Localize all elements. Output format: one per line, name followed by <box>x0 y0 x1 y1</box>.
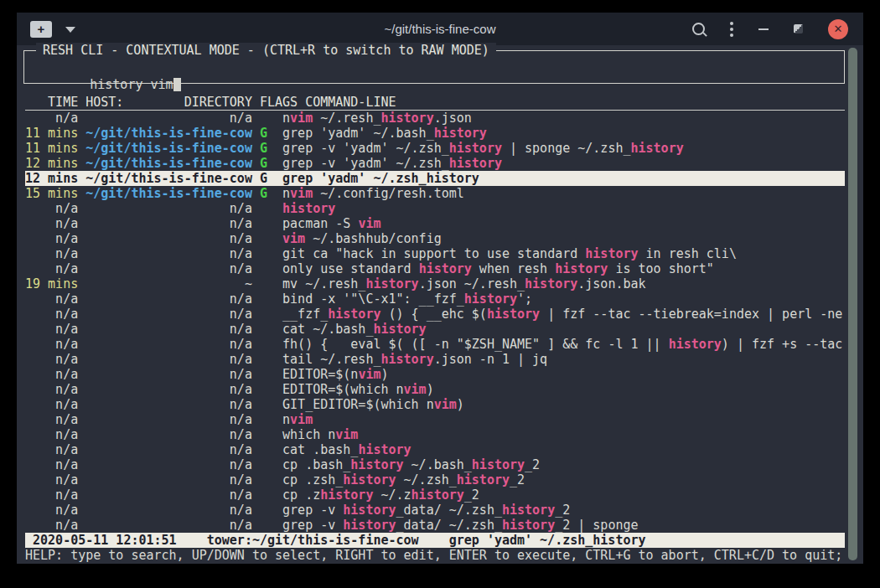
table-row: n/a n/a grep -v history_data/ ~/.zsh_his… <box>25 518 845 533</box>
table-row: n/a n/a cp .bash_history ~/.bash_history… <box>25 457 845 472</box>
search-box-title: RESH CLI - CONTEXTUAL MODE - (CTRL+R to … <box>36 43 496 58</box>
new-tab-icon: + <box>38 23 45 35</box>
table-header: TIME HOST: DIRECTORY FLAGS COMMAND-LINE <box>25 95 845 111</box>
table-row: n/a n/a nvim <box>25 412 845 427</box>
table-row: n/a n/a cp .zhistory ~/.zhistory_2 <box>25 487 845 503</box>
terminal-window: + ~/git/this-is-fine-cow ✕ <box>17 13 863 564</box>
minimize-icon <box>758 28 769 30</box>
titlebar: + ~/git/this-is-fine-cow ✕ <box>17 13 863 45</box>
table-row: n/a n/a cat ~/.bash_history <box>25 322 845 337</box>
table-row: n/a n/a __fzf_history () { __ehc $(histo… <box>25 307 845 322</box>
table-row: n/a n/a GIT_EDITOR=$(which nvim) <box>25 397 845 412</box>
close-button[interactable]: ✕ <box>828 19 848 39</box>
help-line: HELP: type to search, UP/DOWN to select,… <box>25 548 863 563</box>
table-row: n/a n/a tail ~/.resh_history.json -n 1 |… <box>25 352 845 367</box>
table-row: n/a n/a pacman -S vim <box>25 216 845 231</box>
history-table: n/a n/a nvim ~/.resh_history.json11 mins… <box>25 111 845 533</box>
table-row: n/a n/a bind -x '"\C-x1": __fzf_history'… <box>25 291 845 307</box>
table-row: n/a n/a fh() { eval $( ([ -n "$ZSH_NAME"… <box>25 337 845 352</box>
table-row: n/a n/a cat .bash_history <box>25 442 845 457</box>
terminal-inner: RESH CLI - CONTEXTUAL MODE - (CTRL+R to … <box>17 45 863 563</box>
table-row: n/a n/a nvim ~/.resh_history.json <box>25 111 845 126</box>
table-row: 15 mins ~/git/this-is-fine-cow G nvim ~/… <box>25 186 845 201</box>
search-icon <box>692 23 705 35</box>
table-row: 11 mins ~/git/this-is-fine-cow G grep -v… <box>25 141 845 156</box>
titlebar-left: + <box>17 21 75 38</box>
chevron-down-icon <box>65 27 75 33</box>
table-row: n/a n/a only use standard history when r… <box>25 261 845 276</box>
tab-dropdown-button[interactable] <box>65 23 75 35</box>
restore-button[interactable] <box>794 24 803 34</box>
titlebar-right: ✕ <box>692 19 863 39</box>
table-row: n/a n/a which nvim <box>25 427 845 442</box>
restore-icon <box>794 24 803 34</box>
new-tab-button[interactable]: + <box>30 21 52 38</box>
table-row: 12 mins ~/git/this-is-fine-cow G grep -v… <box>25 156 845 171</box>
table-row: n/a n/a EDITOR=$(nvim) <box>25 367 845 382</box>
table-row-selected: 12 mins ~/git/this-is-fine-cow G grep 'y… <box>25 171 845 186</box>
minimize-button[interactable] <box>758 28 769 30</box>
search-query-input[interactable]: history vim <box>90 77 173 92</box>
table-row: n/a n/a vim ~/.bashhub/config <box>25 231 845 246</box>
menu-button[interactable] <box>730 22 733 37</box>
table-row: n/a n/a EDITOR=$(which nvim) <box>25 382 845 397</box>
table-row: 19 mins ~ mv ~/.resh_history.json ~/.res… <box>25 276 845 291</box>
terminal-content[interactable]: RESH CLI - CONTEXTUAL MODE - (CTRL+R to … <box>17 45 863 564</box>
status-bar: 2020-05-11 12:01:51 tower:~/git/this-is-… <box>25 533 845 548</box>
search-box[interactable]: RESH CLI - CONTEXTUAL MODE - (CTRL+R to … <box>23 50 845 84</box>
scrollbar[interactable] <box>848 48 857 560</box>
search-button[interactable] <box>692 23 705 35</box>
text-cursor <box>173 78 181 91</box>
table-row: n/a n/a history <box>25 201 845 216</box>
table-row: 11 mins ~/git/this-is-fine-cow G grep 'y… <box>25 126 845 141</box>
table-row: n/a n/a git ca "hack in support to use s… <box>25 246 845 261</box>
table-row: n/a n/a cp .zsh_history ~/.zsh_history_2 <box>25 472 845 487</box>
table-row: n/a n/a grep -v history_data/ ~/.zsh_his… <box>25 503 845 518</box>
close-icon: ✕ <box>834 23 843 34</box>
kebab-menu-icon <box>730 22 733 37</box>
